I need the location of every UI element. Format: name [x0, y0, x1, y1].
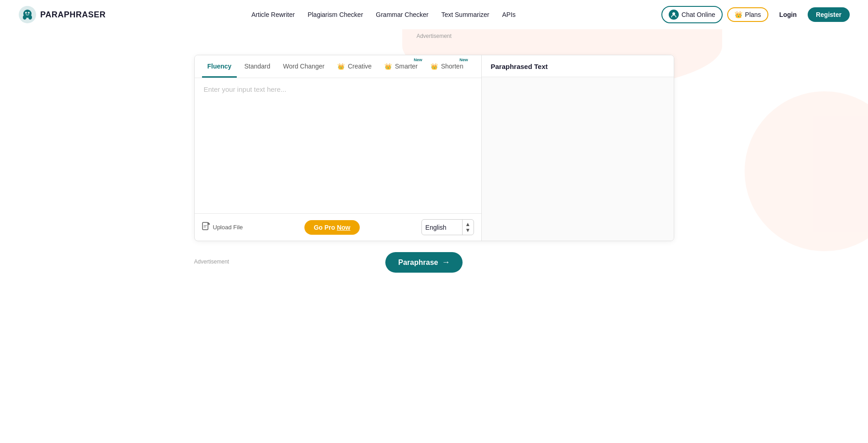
tab-word-changer[interactable]: Word Changer: [277, 55, 330, 78]
go-pro-button[interactable]: Go Pro Now: [304, 220, 359, 235]
shorten-crown-icon: 👑: [431, 63, 438, 70]
login-button[interactable]: Login: [773, 8, 803, 21]
input-bottom-bar: Upload File Go Pro Now English Spanish F…: [195, 213, 481, 241]
header: PARAPHRASER Article Rewriter Plagiarism …: [0, 0, 868, 29]
tab-fluency[interactable]: Fluency: [202, 55, 237, 78]
paraphrased-text-content: [482, 77, 674, 241]
svg-point-7: [29, 13, 30, 14]
upload-file-label: Upload File: [213, 224, 243, 231]
output-panel: Paraphrased Text: [482, 55, 674, 241]
paraphraser-tool: Fluency Standard Word Changer 👑 Creative…: [194, 55, 674, 241]
header-actions: Chat Online 👑 Plans Login Register: [661, 6, 850, 23]
nav-apis[interactable]: APIs: [502, 11, 516, 18]
svg-rect-9: [202, 222, 208, 230]
language-selector-wrap: English Spanish French German Italian Po…: [421, 219, 474, 235]
smarter-new-badge: New: [414, 58, 422, 62]
shorten-new-badge: New: [459, 58, 468, 62]
brand-name: PARAPHRASER: [40, 10, 106, 20]
logo-area[interactable]: PARAPHRASER: [18, 5, 106, 24]
paraphrased-text-header: Paraphrased Text: [482, 55, 674, 77]
tab-creative[interactable]: 👑 Creative: [332, 55, 377, 78]
nav-article-rewriter[interactable]: Article Rewriter: [251, 11, 295, 18]
chat-online-label: Chat Online: [682, 11, 715, 18]
plans-button[interactable]: 👑 Plans: [727, 7, 768, 22]
paraphrase-arrow-icon: →: [442, 258, 450, 267]
action-row: Advertisement Paraphrase →: [194, 243, 674, 273]
svg-point-2: [23, 15, 27, 20]
chat-avatar-icon: [669, 10, 679, 20]
chat-online-button[interactable]: Chat Online: [661, 6, 723, 23]
nav-grammar-checker[interactable]: Grammar Checker: [376, 11, 428, 18]
mode-tabs: Fluency Standard Word Changer 👑 Creative…: [195, 55, 481, 78]
nav-plagiarism-checker[interactable]: Plagiarism Checker: [308, 11, 363, 18]
top-advertisement-label: Advertisement: [0, 29, 868, 41]
svg-point-6: [26, 13, 27, 14]
svg-point-3: [28, 15, 32, 20]
go-pro-now-label: Now: [337, 224, 351, 231]
upload-file-icon: [202, 222, 210, 233]
upload-file-button[interactable]: Upload File: [202, 222, 243, 233]
paraphrase-button-label: Paraphrase: [398, 258, 438, 267]
plans-label: Plans: [745, 11, 761, 18]
logo-icon: [18, 5, 37, 24]
paraphrase-button[interactable]: Paraphrase →: [385, 252, 463, 273]
svg-point-8: [672, 12, 675, 15]
go-pro-label: Go Pro: [314, 224, 337, 231]
main-content: Fluency Standard Word Changer 👑 Creative…: [0, 41, 868, 291]
smarter-crown-icon: 👑: [384, 63, 392, 70]
nav-text-summarizer[interactable]: Text Summarizer: [441, 11, 489, 18]
language-select-arrow-icon: ▲ ▼: [462, 220, 474, 235]
main-nav: Article Rewriter Plagiarism Checker Gram…: [251, 11, 516, 18]
crown-icon: 👑: [735, 11, 742, 18]
bottom-advertisement-label: Advertisement: [194, 258, 229, 265]
tab-shorten[interactable]: New 👑 Shorten: [425, 55, 469, 78]
text-input[interactable]: [204, 85, 472, 204]
input-panel: Fluency Standard Word Changer 👑 Creative…: [195, 55, 482, 241]
tab-standard[interactable]: Standard: [239, 55, 276, 78]
creative-crown-icon: 👑: [337, 63, 345, 70]
register-button[interactable]: Register: [808, 7, 850, 22]
language-select[interactable]: English Spanish French German Italian Po…: [422, 221, 462, 234]
text-input-area: [195, 78, 481, 213]
tab-smarter[interactable]: New 👑 Smarter: [379, 55, 423, 78]
